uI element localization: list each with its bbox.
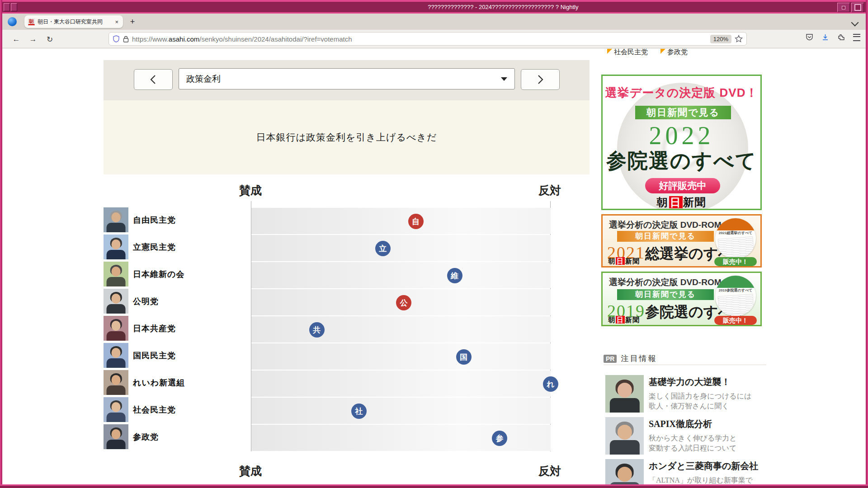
asahi-shimbun-logo: 朝日新聞 [657, 195, 707, 210]
ad-banner: 朝日新聞で見る [617, 289, 714, 300]
ad-title: 参院選のすべて [603, 147, 760, 174]
ad-dvd-2019[interactable]: 選挙分析の決定版 DVD-ROM！ 朝日新聞で見る 2019参院選のすべて 20… [601, 272, 762, 326]
pr-item-title[interactable]: ホンダと三菱商事の新会社 [649, 460, 766, 472]
pr-item-title[interactable]: SAPIX徹底分析 [649, 418, 766, 430]
window-title: ?????????????? - 2024???????????????????… [428, 4, 578, 10]
pr-item[interactable]: SAPIX徹底分析秋から大きく伸びる学力と変動する入試日程について [605, 417, 766, 455]
party-name: 立憲民主党 [133, 242, 176, 253]
window-minimize-button[interactable] [837, 3, 850, 12]
party-row: 日本維新の会 [104, 262, 184, 286]
asahi-shimbun-logo: 朝日新聞 [608, 316, 640, 324]
legend-label: 社会民主党 [614, 49, 648, 56]
bookmark-star-icon[interactable] [735, 35, 743, 43]
party-leader-photo [104, 370, 128, 395]
ad-year: 2022 [603, 121, 760, 150]
firefox-icon[interactable] [8, 17, 17, 26]
legend-item: 参政党 [660, 49, 688, 56]
pr-item[interactable]: 基礎学力の大逆襲！楽しく国語力を身につけるには歌人・俵万智さんに聞く [605, 375, 766, 413]
window-menu-icon-2[interactable] [11, 3, 17, 11]
pr-divider [604, 365, 766, 365]
window-menu-icon[interactable] [4, 3, 10, 11]
forward-button[interactable]: → [27, 33, 39, 45]
lock-icon[interactable] [123, 36, 129, 42]
pr-item-title[interactable]: 基礎学力の大逆襲！ [649, 376, 766, 388]
question-select-value: 政策金利 [186, 73, 221, 85]
axis-oppose-top: 反対 [538, 183, 561, 198]
pr-item-thumbnail[interactable] [605, 417, 644, 455]
url-path: /senkyo/shuinsen/2024/asahitodai/?iref=v… [199, 35, 352, 43]
chart-row [251, 343, 551, 370]
window-titlebar[interactable]: ?????????????? - 2024???????????????????… [2, 2, 866, 12]
pr-item-text: 変動する入試日程について [649, 443, 766, 453]
ad-kicker: 選挙データの決定版 DVD！ [603, 85, 760, 101]
party-row: 社会民主党 [104, 397, 176, 422]
ad-dvd-2021[interactable]: 選挙分析の決定版 DVD-ROM！ 朝日新聞で見る 2021総選挙のすべて 20… [601, 214, 762, 267]
maximize-icon [854, 4, 861, 11]
tracking-shield-icon[interactable] [113, 35, 120, 42]
party-name: 自由民主党 [133, 215, 176, 225]
url-bar[interactable]: https://www.asahi.com/senkyo/shuinsen/20… [108, 32, 747, 46]
asahi-favicon-icon: 朝 [28, 19, 35, 25]
pocket-save-icon[interactable] [806, 33, 813, 41]
pr-item-text: 歌人・俵万智さんに聞く [649, 401, 766, 411]
pr-item-thumbnail[interactable] [605, 459, 644, 484]
reload-button[interactable]: ↻ [44, 33, 56, 45]
back-button[interactable]: ← [10, 33, 22, 45]
url-scheme: https://www. [132, 35, 169, 43]
party-name: 日本維新の会 [133, 269, 184, 280]
browser-tab-bar: 朝 朝日・東大谷口研究室共同 × + [2, 14, 866, 30]
browser-tab[interactable]: 朝 朝日・東大谷口研究室共同 × [24, 15, 123, 28]
party-marker: 共 [309, 322, 325, 338]
chart-row [251, 316, 551, 343]
pr-heading: 注目情報 [621, 353, 657, 364]
party-leader-photo [104, 262, 128, 286]
list-all-tabs-icon[interactable] [851, 19, 859, 27]
party-leader-photo [104, 343, 128, 368]
party-row: 日本共産党 [104, 316, 176, 341]
party-row: 公明党 [104, 289, 159, 314]
dvd-disc-graphic: 2019参院選のすべて [715, 276, 756, 316]
tab-close-icon[interactable]: × [114, 19, 119, 25]
screen: ?????????????? - 2024???????????????????… [0, 0, 868, 488]
question-text: 日本銀行は政策金利を引き上げるべきだ [104, 100, 590, 174]
party-row: 自由民主党 [104, 207, 176, 232]
prev-question-button[interactable] [134, 69, 173, 90]
window-frame-right [866, 0, 868, 488]
chart-row [251, 398, 551, 424]
window-maximize-button[interactable] [851, 3, 864, 12]
party-leader-photo [104, 235, 128, 259]
downloads-icon[interactable] [821, 33, 829, 41]
axis-agree-top: 賛成 [239, 183, 262, 198]
chart-row [251, 371, 551, 397]
pr-item[interactable]: ホンダと三菱商事の新会社「ALTNA」が取り組む新事業でEVの未来に多様な選択肢… [605, 459, 766, 484]
window-frame-bottom [0, 484, 868, 488]
ad-dvd-2022[interactable]: 選挙データの決定版 DVD！ 朝日新聞で見る 2022 参院選のすべて 好評販売… [601, 75, 762, 210]
pr-badge: PR [604, 355, 617, 363]
minimize-icon [842, 6, 845, 9]
url-text[interactable]: https://www.asahi.com/senkyo/shuinsen/20… [132, 35, 707, 43]
extensions-icon[interactable] [837, 33, 845, 41]
zoom-level-badge[interactable]: 120% [710, 35, 731, 43]
party-name: れいわ新選組 [133, 377, 185, 388]
axis-oppose-bottom: 反対 [538, 464, 561, 479]
party-marker: 立 [375, 241, 391, 256]
page-content: 社会民主党参政党 政策金利 日本銀行は政策金利を引き上げるべきだ 賛成 反対 [2, 49, 866, 484]
pr-item-text: 秋から大きく伸びる学力と [649, 433, 766, 443]
party-row: 参政党 [104, 424, 159, 449]
window-menu-boxes[interactable] [4, 3, 17, 11]
menu-icon[interactable] [853, 34, 860, 41]
next-question-button[interactable] [521, 69, 560, 90]
party-leader-photo [104, 397, 128, 422]
ad-badge: 販売中！ [714, 316, 757, 325]
chart-row [251, 235, 551, 261]
party-name: 国民民主党 [133, 350, 176, 361]
pr-section-header: PR 注目情報 [604, 353, 657, 364]
party-leader-photo [104, 207, 128, 232]
new-tab-button[interactable]: + [127, 16, 138, 27]
dvd-disc-graphic: 2021総選挙のすべて [715, 218, 756, 259]
position-chart: 自立維公共国れ社参 [251, 201, 551, 451]
url-domain: asahi.com [169, 35, 199, 43]
question-select[interactable]: 政策金利 [179, 68, 515, 89]
pr-item-thumbnail[interactable] [605, 375, 644, 413]
chart-row [251, 262, 551, 288]
